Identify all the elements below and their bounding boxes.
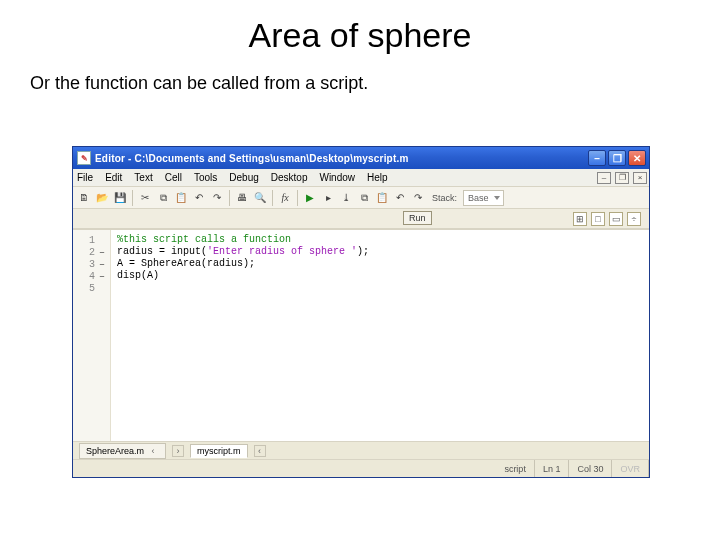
cut-icon[interactable]: ✂ <box>137 190 153 206</box>
titlebar[interactable]: ✎ Editor - C:\Documents and Settings\usm… <box>73 147 649 169</box>
menu-window[interactable]: Window <box>319 172 355 183</box>
new-file-icon[interactable]: 🗎 <box>76 190 92 206</box>
tab-scroll-left-icon[interactable]: ‹ <box>254 445 266 457</box>
status-ovr: OVR <box>612 460 649 477</box>
function-hints-icon[interactable]: fx <box>277 190 293 206</box>
code-line[interactable]: A = SphereArea(radius); <box>117 258 643 270</box>
separator-icon <box>132 190 133 206</box>
tab-label: myscript.m <box>197 446 241 456</box>
menu-text[interactable]: Text <box>134 172 152 183</box>
separator-icon <box>272 190 273 206</box>
step-out-icon[interactable]: ↷ <box>410 190 426 206</box>
save-icon[interactable]: 💾 <box>112 190 128 206</box>
open-file-icon[interactable]: 📂 <box>94 190 110 206</box>
code-line[interactable]: disp(A) <box>117 270 643 282</box>
tab-close-icon[interactable]: ‹ <box>147 445 159 457</box>
menu-debug[interactable]: Debug <box>229 172 258 183</box>
code-line[interactable]: radius = input('Enter radius of sphere '… <box>117 246 643 258</box>
toolbar: 🗎 📂 💾 ✂ ⧉ 📋 ↶ ↷ 🖶 🔍 fx ▶ ▸ ⤓ ⧉ 📋 ↶ ↷ Sta… <box>73 187 649 209</box>
minimize-button[interactable]: – <box>588 150 606 166</box>
menu-tools[interactable]: Tools <box>194 172 217 183</box>
stack-dropdown[interactable]: Base <box>463 190 504 206</box>
separator-icon <box>229 190 230 206</box>
line-number: 5 <box>73 282 110 294</box>
menu-edit[interactable]: Edit <box>105 172 122 183</box>
dock-close-button[interactable]: × <box>633 172 647 184</box>
line-number: 1 <box>73 234 110 246</box>
dock-maximize-button[interactable]: ❐ <box>615 172 629 184</box>
cell-box-icon[interactable]: □ <box>591 212 605 226</box>
cell-divide-icon[interactable]: ÷ <box>627 212 641 226</box>
window-title: Editor - C:\Documents and Settings\usman… <box>95 153 588 164</box>
menu-cell[interactable]: Cell <box>165 172 182 183</box>
code-content[interactable]: %this script calls a functionradius = in… <box>111 230 649 441</box>
status-line: Ln 1 <box>535 460 570 477</box>
dock-minimize-button[interactable]: – <box>597 172 611 184</box>
code-line[interactable]: %this script calls a function <box>117 234 643 246</box>
redo-icon[interactable]: ↷ <box>209 190 225 206</box>
breakpoint-clear-icon[interactable]: 📋 <box>374 190 390 206</box>
paste-icon[interactable]: 📋 <box>173 190 189 206</box>
file-tabstrip: SphereArea.m ‹ › myscript.m ‹ <box>73 441 649 459</box>
menu-help[interactable]: Help <box>367 172 388 183</box>
tab-scroll-right-icon[interactable]: › <box>172 445 184 457</box>
status-column: Col 30 <box>569 460 612 477</box>
menubar: File Edit Text Cell Tools Debug Desktop … <box>73 169 649 187</box>
close-button[interactable]: ✕ <box>628 150 646 166</box>
line-number-gutter: 12–3–4–5 <box>73 230 111 441</box>
statusbar: script Ln 1 Col 30 OVR <box>73 459 649 477</box>
print-icon[interactable]: 🖶 <box>234 190 250 206</box>
status-mode: script <box>496 460 535 477</box>
cell-toolbar: ⊞ □ ▭ ÷ <box>73 209 649 229</box>
menu-desktop[interactable]: Desktop <box>271 172 308 183</box>
line-number: 4– <box>73 270 110 282</box>
cell-rect-icon[interactable]: ▭ <box>609 212 623 226</box>
run-section-icon[interactable]: ▸ <box>320 190 336 206</box>
tab-label: SphereArea.m <box>86 446 144 456</box>
run-button-label: Run <box>403 211 432 225</box>
find-icon[interactable]: 🔍 <box>252 190 268 206</box>
run-floating-button[interactable]: Run <box>403 207 432 225</box>
copy-icon[interactable]: ⧉ <box>155 190 171 206</box>
run-icon[interactable]: ▶ <box>302 190 318 206</box>
maximize-button[interactable]: ❐ <box>608 150 626 166</box>
menu-file[interactable]: File <box>77 172 93 183</box>
breakpoint-set-icon[interactable]: ⧉ <box>356 190 372 206</box>
slide-subtitle: Or the function can be called from a scr… <box>30 73 720 94</box>
line-number: 2– <box>73 246 110 258</box>
stack-label: Stack: <box>432 193 457 203</box>
run-advance-icon[interactable]: ⤓ <box>338 190 354 206</box>
cell-layout-icon[interactable]: ⊞ <box>573 212 587 226</box>
editor-area[interactable]: 12–3–4–5 %this script calls a functionra… <box>73 229 649 441</box>
line-number: 3– <box>73 258 110 270</box>
separator-icon <box>297 190 298 206</box>
undo-icon[interactable]: ↶ <box>191 190 207 206</box>
editor-window: ✎ Editor - C:\Documents and Settings\usm… <box>72 146 650 478</box>
tab-myscript[interactable]: myscript.m <box>190 444 248 458</box>
step-in-icon[interactable]: ↶ <box>392 190 408 206</box>
matlab-editor-icon: ✎ <box>77 151 91 165</box>
tab-spherearea[interactable]: SphereArea.m ‹ <box>79 443 166 459</box>
slide-title: Area of sphere <box>0 16 720 55</box>
